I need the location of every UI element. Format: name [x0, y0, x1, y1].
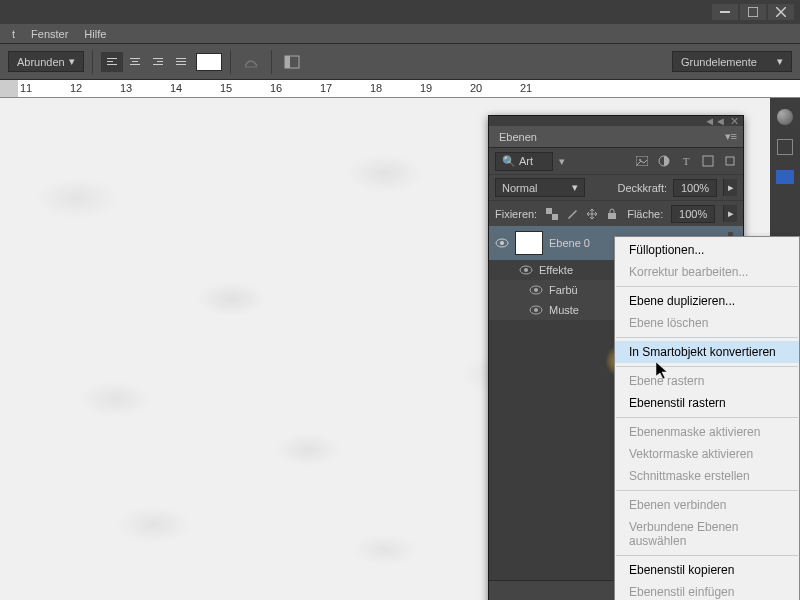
fill-flyout[interactable]: ▸	[723, 205, 737, 222]
svg-rect-6	[285, 56, 290, 68]
menu-separator	[616, 366, 798, 367]
warp-text-button[interactable]	[239, 50, 263, 74]
svg-point-18	[524, 268, 528, 272]
options-toolbar: Abrunden ▾ Grundelemente ▾	[0, 44, 800, 80]
menu-ebenenstil-rastern[interactable]: Ebenenstil rastern	[615, 392, 799, 414]
window-controls	[712, 4, 794, 20]
menu-vektormaske: Vektormaske aktivieren	[615, 443, 799, 465]
opacity-flyout[interactable]: ▸	[723, 179, 737, 196]
svg-rect-13	[552, 214, 558, 220]
effect-label: Muste	[549, 304, 579, 316]
ruler-tick: 20	[470, 82, 520, 94]
menu-separator	[616, 337, 798, 338]
filter-smart-icon[interactable]	[723, 154, 737, 168]
color-picker-icon[interactable]	[774, 106, 796, 128]
lock-fill-row: Fixieren: Fläche: 100% ▸	[489, 200, 743, 226]
swatches-icon[interactable]	[774, 166, 796, 188]
lock-transparency-icon[interactable]	[545, 207, 559, 221]
ruler-tick: 13	[120, 82, 170, 94]
lock-move-icon[interactable]	[585, 207, 599, 221]
toolbar-separator-2	[230, 50, 231, 74]
align-right-button[interactable]	[147, 52, 169, 72]
color-swatch[interactable]	[196, 53, 222, 71]
workspace-dropdown[interactable]: Grundelemente ▾	[672, 51, 792, 72]
menu-fuelloptionen[interactable]: Fülloptionen...	[615, 239, 799, 261]
filter-image-icon[interactable]	[635, 154, 649, 168]
close-panel-icon[interactable]: ✕	[730, 117, 739, 125]
menu-ebene-rastern: Ebene rastern	[615, 370, 799, 392]
blend-mode-dropdown[interactable]: Normal ▾	[495, 178, 585, 197]
menu-verbinden: Ebenen verbinden	[615, 494, 799, 516]
ruler-tick: 12	[70, 82, 120, 94]
lock-brush-icon[interactable]	[565, 207, 579, 221]
ruler-tick: 15	[220, 82, 270, 94]
align-left-button[interactable]	[101, 52, 123, 72]
menu-t[interactable]: t	[4, 26, 23, 42]
panel-toggle-button[interactable]	[280, 50, 304, 74]
workspace-label: Grundelemente	[681, 56, 757, 68]
layer-context-menu: Fülloptionen... Korrektur bearbeiten... …	[614, 236, 800, 600]
ruler-tick: 17	[320, 82, 370, 94]
filter-text-icon[interactable]: T	[679, 154, 693, 168]
navigator-icon[interactable]	[774, 136, 796, 158]
svg-rect-12	[546, 208, 552, 214]
svg-rect-1	[748, 7, 758, 17]
menu-smartobjekt[interactable]: In Smartobjekt konvertieren	[615, 341, 799, 363]
align-center-button[interactable]	[124, 52, 146, 72]
effect-label: Farbü	[549, 284, 578, 296]
filter-type-dropdown[interactable]: 🔍 Art	[495, 152, 553, 171]
opacity-label: Deckkraft:	[617, 182, 667, 194]
minimize-button[interactable]	[712, 4, 738, 20]
ruler-tick: 19	[420, 82, 470, 94]
panel-menu-icon[interactable]: ▾≡	[719, 130, 743, 143]
close-button[interactable]	[768, 4, 794, 20]
panel-header[interactable]: ◄◄ ✕	[489, 116, 743, 126]
lock-all-icon[interactable]	[605, 207, 619, 221]
ruler-tick: 18	[370, 82, 420, 94]
visibility-eye-icon[interactable]	[529, 303, 543, 317]
panel-header-icons: ◄◄ ✕	[704, 117, 739, 125]
visibility-eye-icon[interactable]	[519, 263, 533, 277]
horizontal-ruler: 11 12 13 14 15 16 17 18 19 20 21	[0, 80, 800, 98]
layer-filter-row: 🔍 Art ▾ T	[489, 148, 743, 174]
menu-stil-kopieren[interactable]: Ebenenstil kopieren	[615, 559, 799, 581]
tool-mode-dropdown[interactable]: Abrunden ▾	[8, 51, 84, 72]
toolbar-separator	[92, 50, 93, 74]
menu-korrektur: Korrektur bearbeiten...	[615, 261, 799, 283]
menu-hilfe[interactable]: Hilfe	[76, 26, 114, 42]
svg-point-22	[534, 308, 538, 312]
opacity-value[interactable]: 100%	[673, 179, 717, 197]
menu-ebenenmaske: Ebenenmaske aktivieren	[615, 421, 799, 443]
filter-adjustment-icon[interactable]	[657, 154, 671, 168]
menu-separator	[616, 555, 798, 556]
menu-loeschen: Ebene löschen	[615, 312, 799, 334]
effects-label: Effekte	[539, 264, 573, 276]
chevron-down-icon: ▾	[572, 181, 578, 194]
menu-verbundene-auswaehlen: Verbundene Ebenen auswählen	[615, 516, 799, 552]
visibility-eye-icon[interactable]	[495, 236, 509, 250]
search-icon: 🔍	[502, 155, 516, 168]
collapse-icon[interactable]: ◄◄	[704, 117, 726, 125]
menubar: t Fenster Hilfe	[0, 24, 800, 44]
menu-schnittmaske: Schnittmaske erstellen	[615, 465, 799, 487]
layer-thumbnail[interactable]	[515, 231, 543, 255]
svg-point-16	[500, 241, 504, 245]
maximize-button[interactable]	[740, 4, 766, 20]
menu-separator	[616, 417, 798, 418]
tab-ebenen[interactable]: Ebenen	[489, 127, 547, 147]
menu-separator	[616, 490, 798, 491]
layer-name-label: Ebene 0	[549, 237, 590, 249]
titlebar	[0, 0, 800, 24]
blend-mode-label: Normal	[502, 182, 537, 194]
svg-point-20	[534, 288, 538, 292]
svg-rect-11	[726, 157, 734, 165]
visibility-eye-icon[interactable]	[529, 283, 543, 297]
align-justify-button[interactable]	[170, 52, 192, 72]
blend-opacity-row: Normal ▾ Deckkraft: 100% ▸	[489, 174, 743, 200]
menu-fenster[interactable]: Fenster	[23, 26, 76, 42]
fill-value[interactable]: 100%	[671, 205, 715, 223]
menu-duplizieren[interactable]: Ebene duplizieren...	[615, 290, 799, 312]
filter-icons: T	[635, 154, 737, 168]
svg-rect-14	[608, 213, 616, 219]
filter-shape-icon[interactable]	[701, 154, 715, 168]
